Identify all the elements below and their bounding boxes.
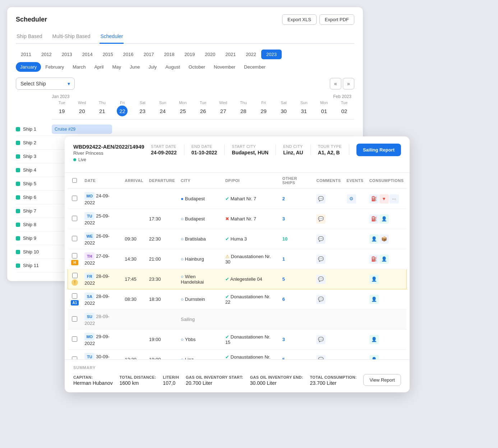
tab-ship-based[interactable]: Ship Based xyxy=(16,31,43,44)
row-city-cell: ○Budapest xyxy=(178,209,222,229)
other-ships-count[interactable]: 6 xyxy=(282,297,285,302)
year-2021[interactable]: 2021 xyxy=(220,50,241,59)
day-col-02: Tue 02 xyxy=(334,99,354,118)
person-icon[interactable]: 👤 xyxy=(369,234,379,244)
fuel-icon[interactable]: ⛽ xyxy=(369,194,379,204)
comment-icon[interactable]: 💬 xyxy=(316,275,326,284)
month-may[interactable]: May xyxy=(108,62,125,72)
year-2016[interactable]: 2016 xyxy=(118,50,139,59)
year-2015[interactable]: 2015 xyxy=(98,50,118,59)
select-all-checkbox[interactable] xyxy=(72,178,77,183)
month-december[interactable]: December xyxy=(240,62,270,72)
gas-start-value: 20.700 Liter xyxy=(186,380,243,386)
person-icon[interactable]: 👤 xyxy=(369,275,379,284)
other-ships-count[interactable]: 5 xyxy=(282,357,285,359)
other-ships-count[interactable]: 10 xyxy=(282,236,287,242)
other-ships-count[interactable]: 5 xyxy=(282,276,285,282)
other-ships-count[interactable]: 3 xyxy=(282,337,285,342)
person-icon[interactable]: 👤 xyxy=(379,255,389,264)
table-row-row4: HTH27-09-202214:3021:00○Hainburg⚠ Donaus… xyxy=(68,249,407,269)
distance-label: TOTAL DISTANCE: xyxy=(120,375,156,379)
person-icon[interactable]: 👤 xyxy=(369,355,379,360)
total-consumption-label: TOTAL CONSUMPTION: xyxy=(310,375,357,379)
row-checkbox[interactable] xyxy=(72,216,77,221)
tab-scheduler[interactable]: Scheduler xyxy=(100,31,124,44)
comment-icon[interactable]: 💬 xyxy=(316,255,326,264)
city-icon: ○ xyxy=(181,216,184,221)
month-august[interactable]: August xyxy=(161,62,184,72)
year-2012[interactable]: 2012 xyxy=(36,50,57,59)
row-events-cell xyxy=(344,289,366,309)
comment-icon[interactable]: 💬 xyxy=(316,335,326,344)
month-november[interactable]: November xyxy=(209,62,240,72)
day-col-20: Wed 20 xyxy=(72,99,92,118)
other-ships-count[interactable]: 3 xyxy=(282,216,285,221)
sailing-report-button[interactable]: Sailing Report xyxy=(356,144,401,156)
year-2023[interactable]: 2023 xyxy=(261,50,282,59)
row-comments-cell: 💬 xyxy=(313,189,343,209)
gas-start-item: GAS OIL INVENTORY START: 20.700 Liter xyxy=(186,375,243,386)
year-2014[interactable]: 2014 xyxy=(77,50,98,59)
month-january[interactable]: January xyxy=(16,62,41,72)
heart-icon[interactable]: ♥ xyxy=(379,194,389,204)
fuel-icon[interactable]: ⛽ xyxy=(369,214,379,224)
year-2017[interactable]: 2017 xyxy=(139,50,159,59)
row-checkbox[interactable] xyxy=(72,236,77,241)
comment-icon[interactable]: 💬 xyxy=(316,295,326,304)
nav-prev-btn[interactable]: « xyxy=(330,78,341,89)
month-april[interactable]: April xyxy=(90,62,108,72)
nav-next-btn[interactable]: » xyxy=(343,78,354,89)
comment-icon[interactable]: 💬 xyxy=(316,234,326,244)
other-ships-count[interactable]: 1 xyxy=(282,256,285,262)
ship-label-11: Ship 11 xyxy=(16,263,52,268)
row-checkbox[interactable] xyxy=(72,316,77,322)
row-arrival-cell xyxy=(122,330,146,350)
city-icon: ● xyxy=(181,196,184,201)
row-checkbox[interactable] xyxy=(72,253,77,258)
row-arrival-cell: 09:30 xyxy=(122,229,146,249)
month-march[interactable]: March xyxy=(68,62,90,72)
other-ships-count[interactable]: 2 xyxy=(282,196,285,201)
select-ship-dropdown[interactable]: Select Ship ▾ xyxy=(16,78,75,90)
h-badge: H xyxy=(71,260,78,265)
box-icon[interactable]: 📦 xyxy=(379,234,389,244)
year-2011[interactable]: 2011 xyxy=(16,50,36,59)
month-june[interactable]: June xyxy=(125,62,144,72)
more-dots-icon[interactable]: ··· xyxy=(389,194,399,204)
day-col-24: Sun 24 xyxy=(153,99,173,118)
year-2013[interactable]: 2013 xyxy=(57,50,77,59)
fuel-icon[interactable]: ⛽ xyxy=(369,255,379,264)
year-2020[interactable]: 2020 xyxy=(200,50,220,59)
month-july[interactable]: July xyxy=(144,62,161,72)
row-checkbox[interactable] xyxy=(72,336,77,342)
day-col-29: Fri 29 xyxy=(253,99,273,118)
view-report-button[interactable]: View Report xyxy=(363,374,401,386)
row-checkbox[interactable] xyxy=(72,273,78,278)
row-date-cell: SA28-09-2022 xyxy=(82,289,122,309)
comment-icon[interactable]: 💬 xyxy=(316,355,326,360)
person-icon[interactable]: 👤 xyxy=(369,335,379,344)
live-badge: Live xyxy=(73,157,144,162)
row-departure-cell xyxy=(146,189,178,209)
events-gear-icon[interactable]: ⚙ xyxy=(347,194,356,204)
year-2018[interactable]: 2018 xyxy=(159,50,179,59)
controls-row: Select Ship ▾ « » xyxy=(16,78,354,90)
cruise-bar-Cruise29[interactable]: Cruise #29 xyxy=(52,125,112,134)
tab-multi-ship[interactable]: Multi-Ship Based xyxy=(52,31,91,44)
row-date-cell: TU30-09-2022 xyxy=(82,350,122,360)
export-pdf-button[interactable]: Export PDF xyxy=(319,14,354,25)
export-xls-button[interactable]: Export XLS xyxy=(282,14,317,25)
comment-alert-icon[interactable]: 💬 xyxy=(316,214,326,224)
year-2019[interactable]: 2019 xyxy=(179,50,200,59)
person-icon[interactable]: 👤 xyxy=(379,214,389,224)
year-2022[interactable]: 2022 xyxy=(241,50,261,59)
dpoi-name: Mahart Nr. 7 xyxy=(231,216,257,221)
end-city-label: End city xyxy=(283,144,303,149)
month-october[interactable]: October xyxy=(184,62,209,72)
row-checkbox[interactable] xyxy=(72,293,77,299)
row-checkbox[interactable] xyxy=(72,196,77,201)
row-checkbox[interactable] xyxy=(72,356,77,360)
month-february[interactable]: February xyxy=(41,62,68,72)
comment-icon[interactable]: 💬 xyxy=(316,194,326,204)
person-icon[interactable]: 👤 xyxy=(369,295,379,304)
